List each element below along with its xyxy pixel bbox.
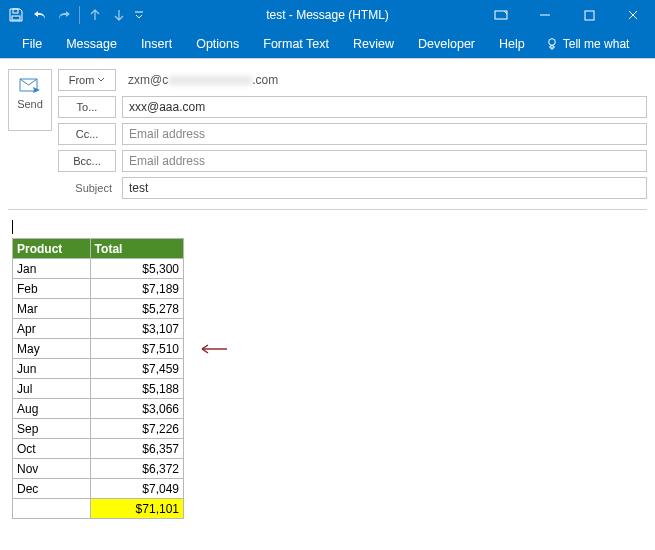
next-item-icon[interactable] bbox=[107, 1, 131, 29]
qat-separator bbox=[79, 6, 80, 24]
col-header-product: Product bbox=[13, 239, 91, 259]
cell-total: $6,357 bbox=[90, 439, 183, 459]
pasted-table: Product Total Jan$5,300Feb$7,189Mar$5,27… bbox=[12, 238, 184, 519]
tell-me-search[interactable]: Tell me what bbox=[537, 30, 630, 58]
save-icon[interactable] bbox=[4, 1, 28, 29]
qat-customize-icon[interactable] bbox=[131, 1, 147, 29]
compose-fields: From zxm@cxxxxxxxxxxxxxx.com To... Cc...… bbox=[58, 69, 647, 199]
bcc-field[interactable] bbox=[122, 150, 647, 172]
undo-icon[interactable] bbox=[28, 1, 52, 29]
cell-total: $7,459 bbox=[90, 359, 183, 379]
minimize-button[interactable] bbox=[523, 0, 567, 30]
svg-point-5 bbox=[548, 39, 555, 46]
cell-product: Apr bbox=[13, 319, 91, 339]
message-body[interactable]: Product Total Jan$5,300Feb$7,189Mar$5,27… bbox=[8, 209, 647, 529]
cell-product: Nov bbox=[13, 459, 91, 479]
ribbon-display-options-icon[interactable] bbox=[479, 0, 523, 30]
cc-button[interactable]: Cc... bbox=[58, 123, 116, 145]
from-label: From bbox=[69, 74, 95, 86]
cell-product: Feb bbox=[13, 279, 91, 299]
compose-header: Send From zxm@cxxxxxxxxxxxxxx.com To... … bbox=[0, 59, 655, 205]
table-row: May$7,510 bbox=[13, 339, 184, 359]
cell-total: $7,226 bbox=[90, 419, 183, 439]
table-row: Mar$5,278 bbox=[13, 299, 184, 319]
svg-rect-0 bbox=[13, 9, 18, 13]
tab-review[interactable]: Review bbox=[341, 30, 406, 58]
cell-total: $5,188 bbox=[90, 379, 183, 399]
cell-total: $3,107 bbox=[90, 319, 183, 339]
cell-total: $3,066 bbox=[90, 399, 183, 419]
cell-total: $7,049 bbox=[90, 479, 183, 499]
cell-product: Aug bbox=[13, 399, 91, 419]
cell-product: Jul bbox=[13, 379, 91, 399]
window-buttons bbox=[479, 0, 655, 30]
maximize-button[interactable] bbox=[567, 0, 611, 30]
table-header-row: Product Total bbox=[13, 239, 184, 259]
cell-grand-total: $71,101 bbox=[90, 499, 183, 519]
previous-item-icon[interactable] bbox=[83, 1, 107, 29]
cell-total: $5,300 bbox=[90, 259, 183, 279]
send-icon bbox=[18, 76, 42, 96]
pointer-arrow-icon bbox=[194, 343, 228, 355]
cell-total: $6,372 bbox=[90, 459, 183, 479]
close-button[interactable] bbox=[611, 0, 655, 30]
cell-product bbox=[13, 499, 91, 519]
cell-product: Jun bbox=[13, 359, 91, 379]
tab-insert[interactable]: Insert bbox=[129, 30, 184, 58]
cell-product: Jan bbox=[13, 259, 91, 279]
tab-message[interactable]: Message bbox=[54, 30, 129, 58]
subject-field[interactable] bbox=[122, 177, 647, 199]
cell-product: Mar bbox=[13, 299, 91, 319]
table-row: Feb$7,189 bbox=[13, 279, 184, 299]
lightbulb-icon bbox=[545, 37, 559, 51]
title-bar: test - Message (HTML) bbox=[0, 0, 655, 30]
cell-total: $5,278 bbox=[90, 299, 183, 319]
text-caret bbox=[12, 220, 13, 234]
table-row: Jan$5,300 bbox=[13, 259, 184, 279]
cell-total: $7,510 bbox=[90, 339, 183, 359]
tab-help[interactable]: Help bbox=[487, 30, 537, 58]
tell-me-label: Tell me what bbox=[563, 37, 630, 51]
tab-format-text[interactable]: Format Text bbox=[251, 30, 341, 58]
table-row: Sep$7,226 bbox=[13, 419, 184, 439]
send-label: Send bbox=[17, 98, 43, 110]
subject-label: Subject bbox=[58, 177, 116, 199]
bcc-button[interactable]: Bcc... bbox=[58, 150, 116, 172]
cell-product: Dec bbox=[13, 479, 91, 499]
quick-access-toolbar bbox=[0, 1, 147, 29]
cell-total: $7,189 bbox=[90, 279, 183, 299]
cell-product: May bbox=[13, 339, 91, 359]
svg-rect-1 bbox=[12, 16, 20, 20]
redo-icon[interactable] bbox=[52, 1, 76, 29]
table-row: Nov$6,372 bbox=[13, 459, 184, 479]
col-header-total: Total bbox=[90, 239, 183, 259]
table-row: Jul$5,188 bbox=[13, 379, 184, 399]
table-row: Aug$3,066 bbox=[13, 399, 184, 419]
cell-product: Sep bbox=[13, 419, 91, 439]
to-field[interactable] bbox=[122, 96, 647, 118]
svg-rect-4 bbox=[585, 11, 594, 20]
ribbon-tabs: File Message Insert Options Format Text … bbox=[0, 30, 655, 58]
table-total-row: $71,101 bbox=[13, 499, 184, 519]
chevron-down-icon bbox=[97, 77, 105, 83]
table-row: Oct$6,357 bbox=[13, 439, 184, 459]
cell-product: Oct bbox=[13, 439, 91, 459]
to-button[interactable]: To... bbox=[58, 96, 116, 118]
tab-options[interactable]: Options bbox=[184, 30, 251, 58]
cc-field[interactable] bbox=[122, 123, 647, 145]
from-button[interactable]: From bbox=[58, 69, 116, 91]
table-row: Jun$7,459 bbox=[13, 359, 184, 379]
from-value[interactable]: zxm@cxxxxxxxxxxxxxx.com bbox=[122, 69, 647, 91]
table-row: Apr$3,107 bbox=[13, 319, 184, 339]
tab-file[interactable]: File bbox=[10, 30, 54, 58]
table-row: Dec$7,049 bbox=[13, 479, 184, 499]
tab-developer[interactable]: Developer bbox=[406, 30, 487, 58]
send-button[interactable]: Send bbox=[8, 69, 52, 131]
